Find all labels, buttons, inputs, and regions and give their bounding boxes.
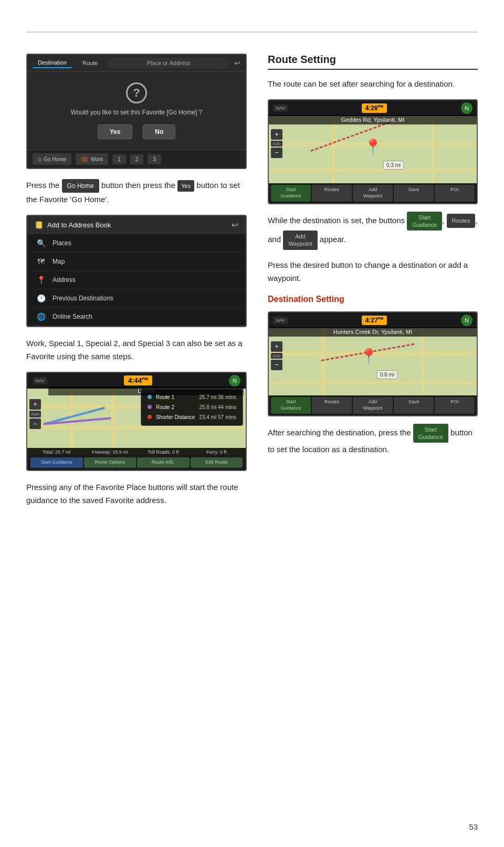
map2-nav-controls: + Auto − — [271, 341, 282, 370]
map2-save-btn[interactable]: Save — [394, 397, 434, 413]
menu-item-map[interactable]: 🗺 Map — [27, 253, 246, 271]
map2-add-waypoint-btn[interactable]: AddWaypoint — [353, 397, 393, 413]
intro-text: The route can be set after searching for… — [268, 77, 478, 91]
map2-distance: 0.6 mi — [377, 370, 397, 379]
text-appear: appear. — [320, 235, 346, 244]
text-block-1: Press the Go Home button then press the … — [26, 179, 247, 206]
work-label: Work — [91, 156, 103, 162]
time-sup-3: PM — [142, 377, 148, 381]
address-icon: 📍 — [36, 276, 46, 284]
map2-poi-btn[interactable]: POI — [435, 397, 475, 413]
go-home-label: Go Home — [44, 156, 66, 162]
screen-route: NAV 4:44PM N Livonia + Auto − — [26, 372, 247, 471]
work-icon: 💼 — [81, 155, 89, 163]
map1-add-waypoint-btn[interactable]: AddWaypoint — [353, 185, 393, 201]
home-icon: ⌂ — [38, 155, 41, 163]
map2-zoom-out[interactable]: − — [271, 360, 282, 370]
route2-stats: 25.8 mi 44 mins — [199, 404, 236, 410]
tab-destination[interactable]: Destination — [33, 58, 72, 68]
stat-freeway: Freeway: 15.9 mi — [84, 449, 136, 455]
map2-pin: 📍 — [360, 349, 378, 364]
zoom-out-btn[interactable]: − — [29, 419, 41, 429]
map2-road-h2 — [269, 381, 477, 384]
places-icon: 🔍 — [36, 239, 46, 247]
text-block-3: Pressing any of the Favorite Place butto… — [26, 480, 247, 507]
yes-button[interactable]: Yes — [98, 124, 133, 139]
text1-prefix: Press the — [26, 181, 59, 190]
screen-header-1: Destination Route Place or Address ↩ — [27, 55, 246, 72]
inline-add-waypoint-btn: AddWaypoint — [283, 231, 317, 250]
menu-item-previous[interactable]: 🕐 Previous Destinations — [27, 289, 246, 308]
map1-bottom-bar: StartGuidance Routes AddWaypoint Save PO… — [269, 183, 477, 203]
tab-route[interactable]: Route — [77, 58, 103, 68]
map1-nav-label: NAV — [273, 104, 288, 112]
zoom-in-btn[interactable]: + — [29, 399, 41, 410]
fav3-btn[interactable]: 3 — [148, 154, 161, 164]
map2-compass: N — [461, 315, 472, 326]
map1-poi-btn[interactable]: POI — [435, 185, 475, 201]
go-home-footer-btn[interactable]: ⌂ Go Home — [33, 153, 71, 165]
work-footer-btn[interactable]: 💼 Work — [76, 153, 108, 165]
map2-time: 4:27PM — [362, 316, 387, 325]
map1-road-h2 — [269, 169, 477, 172]
screen-menu: 📒 Add to Address Book ↩ 🔍 Places 🗺 Map 📍 — [26, 215, 247, 327]
nav-info: NAV — [33, 377, 47, 384]
map2-location: Hunters Creek Dr, Ypsilanti, MI — [269, 327, 477, 337]
menu-item-online-search[interactable]: 🌐 Online Search — [27, 308, 246, 326]
edit-route-btn[interactable]: Edit Route — [191, 457, 243, 468]
route-option-2: Route 2 25.8 mi 44 mins — [144, 402, 239, 412]
auto-btn[interactable]: Auto — [29, 411, 41, 417]
menu-item-address[interactable]: 📍 Address — [27, 271, 246, 289]
map1-start-guidance-btn[interactable]: StartGuidance — [271, 185, 311, 201]
inline-start-guidance-btn-2: StartGuidance — [413, 424, 448, 443]
map1-zoom-out[interactable]: − — [271, 148, 282, 158]
map-screen-1: NAV 4:26PM N Geddes Rd, Ypsilanti, MI + … — [268, 99, 478, 204]
map1-zoom-in[interactable]: + — [271, 129, 282, 140]
fav2-label: 2 — [135, 156, 139, 162]
back-button[interactable]: ↩ — [234, 59, 240, 67]
search-bar[interactable]: Place or Address — [108, 58, 229, 68]
dialog-buttons: Yes No — [35, 124, 238, 139]
history-icon: 🕐 — [36, 294, 46, 302]
menu-back-icon[interactable]: ↩ — [232, 220, 238, 230]
map2-zoom-in[interactable]: + — [271, 341, 282, 352]
map2-auto[interactable]: Auto — [271, 353, 282, 359]
route-info-btn[interactable]: Route Info. — [137, 457, 190, 468]
map-icon: 🗺 — [36, 257, 46, 266]
route-setting-heading: Route Setting — [268, 54, 478, 70]
route2-mins: 44 mins — [218, 404, 236, 410]
page-number: 53 — [469, 822, 478, 831]
map2-routes-btn[interactable]: Routes — [312, 397, 352, 413]
stat-toll: Toll Roads: 0 ft — [137, 449, 190, 455]
map1-compass: N — [461, 102, 472, 114]
map2-time-sup: PM — [378, 317, 384, 320]
map1-save-btn[interactable]: Save — [394, 185, 434, 201]
online-icon: 🌐 — [36, 312, 46, 321]
route-map-container: NAV 4:44PM N Livonia + Auto − — [27, 373, 246, 470]
map1-auto[interactable]: Auto — [271, 141, 282, 147]
map1-routes-btn[interactable]: Routes — [312, 185, 352, 201]
two-column-layout: Destination Route Place or Address ↩ ? W… — [26, 54, 478, 805]
menu-item-places[interactable]: 🔍 Places — [27, 234, 246, 253]
menu-title: 📒 Add to Address Book ↩ — [27, 216, 246, 234]
route-options-btn[interactable]: Route Options — [84, 457, 136, 468]
map-screen-2: NAV 4:27PM N Hunters Creek Dr, Ypsilanti… — [268, 311, 478, 416]
start-guidance-route-btn[interactable]: Start Guidance — [30, 457, 83, 468]
fav2-btn[interactable]: 2 — [130, 154, 144, 164]
no-button[interactable]: No — [143, 124, 175, 139]
route1-miles: 25.7 mi — [199, 394, 216, 400]
map2-nav-label: NAV — [273, 317, 288, 324]
map2-bottom-bar: StartGuidance Routes AddWaypoint Save PO… — [269, 395, 477, 415]
left-column: Destination Route Place or Address ↩ ? W… — [26, 54, 247, 805]
destination-setting-heading: Destination Setting — [268, 295, 478, 304]
question-icon: ? — [126, 82, 147, 103]
route-option-1: Route 1 25.7 mi 36 mins — [144, 392, 239, 402]
right-column: Route Setting The route can be set after… — [268, 54, 478, 805]
text-after-block: After searching the destination, press t… — [268, 424, 478, 456]
route-bottom-bar: Start Guidance Route Options Route Info.… — [27, 455, 246, 470]
book-icon: 📒 — [35, 221, 43, 229]
route1-mins: 36 mins — [218, 394, 236, 400]
fav1-btn[interactable]: 1 — [112, 154, 126, 164]
map2-start-guidance-btn[interactable]: StartGuidance — [271, 397, 311, 413]
compass-3: N — [229, 375, 240, 386]
